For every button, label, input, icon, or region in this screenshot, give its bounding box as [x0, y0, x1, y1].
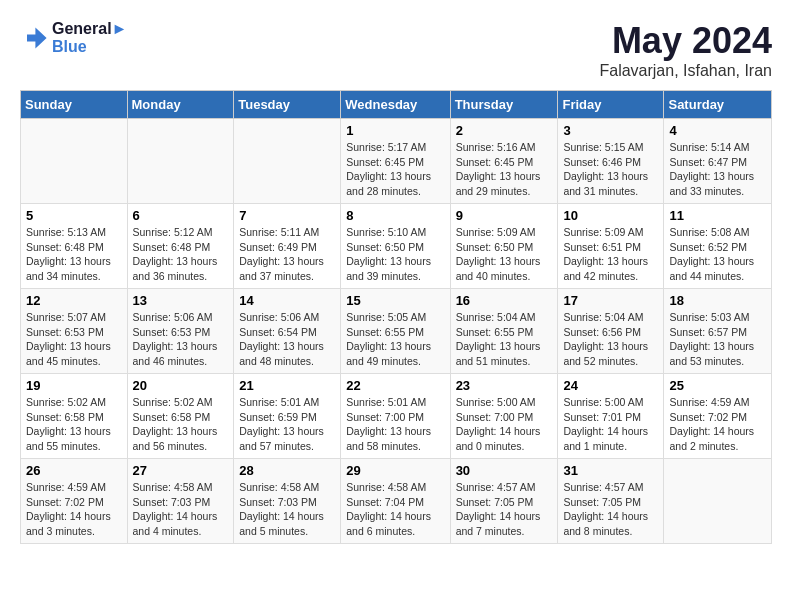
day-number: 15	[346, 293, 444, 308]
logo-icon	[20, 24, 48, 52]
calendar-cell: 28Sunrise: 4:58 AM Sunset: 7:03 PM Dayli…	[234, 459, 341, 544]
calendar-cell: 15Sunrise: 5:05 AM Sunset: 6:55 PM Dayli…	[341, 289, 450, 374]
calendar-cell	[664, 459, 772, 544]
day-number: 1	[346, 123, 444, 138]
day-number: 17	[563, 293, 658, 308]
day-number: 21	[239, 378, 335, 393]
calendar-cell	[127, 119, 234, 204]
calendar-cell: 17Sunrise: 5:04 AM Sunset: 6:56 PM Dayli…	[558, 289, 664, 374]
day-info: Sunrise: 5:16 AM Sunset: 6:45 PM Dayligh…	[456, 140, 553, 199]
calendar-cell: 23Sunrise: 5:00 AM Sunset: 7:00 PM Dayli…	[450, 374, 558, 459]
calendar-cell: 11Sunrise: 5:08 AM Sunset: 6:52 PM Dayli…	[664, 204, 772, 289]
month-title: May 2024	[599, 20, 772, 62]
calendar-cell: 3Sunrise: 5:15 AM Sunset: 6:46 PM Daylig…	[558, 119, 664, 204]
day-number: 24	[563, 378, 658, 393]
week-row-1: 1Sunrise: 5:17 AM Sunset: 6:45 PM Daylig…	[21, 119, 772, 204]
day-info: Sunrise: 5:06 AM Sunset: 6:53 PM Dayligh…	[133, 310, 229, 369]
calendar-table: SundayMondayTuesdayWednesdayThursdayFrid…	[20, 90, 772, 544]
day-number: 27	[133, 463, 229, 478]
day-info: Sunrise: 5:02 AM Sunset: 6:58 PM Dayligh…	[26, 395, 122, 454]
day-info: Sunrise: 5:05 AM Sunset: 6:55 PM Dayligh…	[346, 310, 444, 369]
calendar-cell: 5Sunrise: 5:13 AM Sunset: 6:48 PM Daylig…	[21, 204, 128, 289]
day-info: Sunrise: 5:07 AM Sunset: 6:53 PM Dayligh…	[26, 310, 122, 369]
calendar-cell: 21Sunrise: 5:01 AM Sunset: 6:59 PM Dayli…	[234, 374, 341, 459]
day-info: Sunrise: 5:04 AM Sunset: 6:56 PM Dayligh…	[563, 310, 658, 369]
weekday-header-tuesday: Tuesday	[234, 91, 341, 119]
calendar-cell: 31Sunrise: 4:57 AM Sunset: 7:05 PM Dayli…	[558, 459, 664, 544]
day-number: 18	[669, 293, 766, 308]
day-info: Sunrise: 4:57 AM Sunset: 7:05 PM Dayligh…	[456, 480, 553, 539]
calendar-cell: 1Sunrise: 5:17 AM Sunset: 6:45 PM Daylig…	[341, 119, 450, 204]
calendar-cell: 22Sunrise: 5:01 AM Sunset: 7:00 PM Dayli…	[341, 374, 450, 459]
day-info: Sunrise: 5:10 AM Sunset: 6:50 PM Dayligh…	[346, 225, 444, 284]
calendar-cell: 13Sunrise: 5:06 AM Sunset: 6:53 PM Dayli…	[127, 289, 234, 374]
calendar-cell: 24Sunrise: 5:00 AM Sunset: 7:01 PM Dayli…	[558, 374, 664, 459]
weekday-header-thursday: Thursday	[450, 91, 558, 119]
day-info: Sunrise: 5:15 AM Sunset: 6:46 PM Dayligh…	[563, 140, 658, 199]
calendar-cell: 14Sunrise: 5:06 AM Sunset: 6:54 PM Dayli…	[234, 289, 341, 374]
day-number: 10	[563, 208, 658, 223]
calendar-cell: 26Sunrise: 4:59 AM Sunset: 7:02 PM Dayli…	[21, 459, 128, 544]
day-info: Sunrise: 5:13 AM Sunset: 6:48 PM Dayligh…	[26, 225, 122, 284]
day-info: Sunrise: 5:08 AM Sunset: 6:52 PM Dayligh…	[669, 225, 766, 284]
day-number: 12	[26, 293, 122, 308]
calendar-cell: 20Sunrise: 5:02 AM Sunset: 6:58 PM Dayli…	[127, 374, 234, 459]
day-info: Sunrise: 5:00 AM Sunset: 7:01 PM Dayligh…	[563, 395, 658, 454]
weekday-header-friday: Friday	[558, 91, 664, 119]
day-info: Sunrise: 4:59 AM Sunset: 7:02 PM Dayligh…	[26, 480, 122, 539]
calendar-cell: 18Sunrise: 5:03 AM Sunset: 6:57 PM Dayli…	[664, 289, 772, 374]
day-info: Sunrise: 5:03 AM Sunset: 6:57 PM Dayligh…	[669, 310, 766, 369]
day-number: 13	[133, 293, 229, 308]
day-info: Sunrise: 5:09 AM Sunset: 6:51 PM Dayligh…	[563, 225, 658, 284]
day-info: Sunrise: 5:17 AM Sunset: 6:45 PM Dayligh…	[346, 140, 444, 199]
day-number: 9	[456, 208, 553, 223]
calendar-cell: 10Sunrise: 5:09 AM Sunset: 6:51 PM Dayli…	[558, 204, 664, 289]
calendar-cell: 8Sunrise: 5:10 AM Sunset: 6:50 PM Daylig…	[341, 204, 450, 289]
day-number: 20	[133, 378, 229, 393]
calendar-cell: 2Sunrise: 5:16 AM Sunset: 6:45 PM Daylig…	[450, 119, 558, 204]
day-info: Sunrise: 4:58 AM Sunset: 7:03 PM Dayligh…	[133, 480, 229, 539]
day-number: 4	[669, 123, 766, 138]
day-number: 30	[456, 463, 553, 478]
day-info: Sunrise: 5:01 AM Sunset: 7:00 PM Dayligh…	[346, 395, 444, 454]
day-info: Sunrise: 5:14 AM Sunset: 6:47 PM Dayligh…	[669, 140, 766, 199]
day-info: Sunrise: 4:59 AM Sunset: 7:02 PM Dayligh…	[669, 395, 766, 454]
calendar-cell: 19Sunrise: 5:02 AM Sunset: 6:58 PM Dayli…	[21, 374, 128, 459]
day-number: 3	[563, 123, 658, 138]
calendar-cell: 16Sunrise: 5:04 AM Sunset: 6:55 PM Dayli…	[450, 289, 558, 374]
calendar-cell	[234, 119, 341, 204]
calendar-cell: 9Sunrise: 5:09 AM Sunset: 6:50 PM Daylig…	[450, 204, 558, 289]
day-number: 7	[239, 208, 335, 223]
day-number: 5	[26, 208, 122, 223]
week-row-5: 26Sunrise: 4:59 AM Sunset: 7:02 PM Dayli…	[21, 459, 772, 544]
calendar-cell: 27Sunrise: 4:58 AM Sunset: 7:03 PM Dayli…	[127, 459, 234, 544]
day-info: Sunrise: 5:09 AM Sunset: 6:50 PM Dayligh…	[456, 225, 553, 284]
calendar-cell: 30Sunrise: 4:57 AM Sunset: 7:05 PM Dayli…	[450, 459, 558, 544]
day-info: Sunrise: 5:04 AM Sunset: 6:55 PM Dayligh…	[456, 310, 553, 369]
day-number: 26	[26, 463, 122, 478]
day-number: 29	[346, 463, 444, 478]
logo-text: General► Blue	[52, 20, 127, 56]
title-block: May 2024 Falavarjan, Isfahan, Iran	[599, 20, 772, 80]
day-number: 25	[669, 378, 766, 393]
page-header: General► Blue May 2024 Falavarjan, Isfah…	[20, 20, 772, 80]
day-info: Sunrise: 5:11 AM Sunset: 6:49 PM Dayligh…	[239, 225, 335, 284]
week-row-3: 12Sunrise: 5:07 AM Sunset: 6:53 PM Dayli…	[21, 289, 772, 374]
calendar-cell: 29Sunrise: 4:58 AM Sunset: 7:04 PM Dayli…	[341, 459, 450, 544]
weekday-header-sunday: Sunday	[21, 91, 128, 119]
logo: General► Blue	[20, 20, 127, 56]
weekday-header-row: SundayMondayTuesdayWednesdayThursdayFrid…	[21, 91, 772, 119]
day-number: 8	[346, 208, 444, 223]
day-number: 19	[26, 378, 122, 393]
calendar-cell: 4Sunrise: 5:14 AM Sunset: 6:47 PM Daylig…	[664, 119, 772, 204]
day-info: Sunrise: 4:58 AM Sunset: 7:04 PM Dayligh…	[346, 480, 444, 539]
day-info: Sunrise: 5:01 AM Sunset: 6:59 PM Dayligh…	[239, 395, 335, 454]
day-info: Sunrise: 5:06 AM Sunset: 6:54 PM Dayligh…	[239, 310, 335, 369]
day-info: Sunrise: 5:12 AM Sunset: 6:48 PM Dayligh…	[133, 225, 229, 284]
calendar-cell: 7Sunrise: 5:11 AM Sunset: 6:49 PM Daylig…	[234, 204, 341, 289]
day-number: 14	[239, 293, 335, 308]
calendar-cell: 6Sunrise: 5:12 AM Sunset: 6:48 PM Daylig…	[127, 204, 234, 289]
day-info: Sunrise: 5:00 AM Sunset: 7:00 PM Dayligh…	[456, 395, 553, 454]
weekday-header-wednesday: Wednesday	[341, 91, 450, 119]
svg-marker-1	[27, 28, 47, 49]
